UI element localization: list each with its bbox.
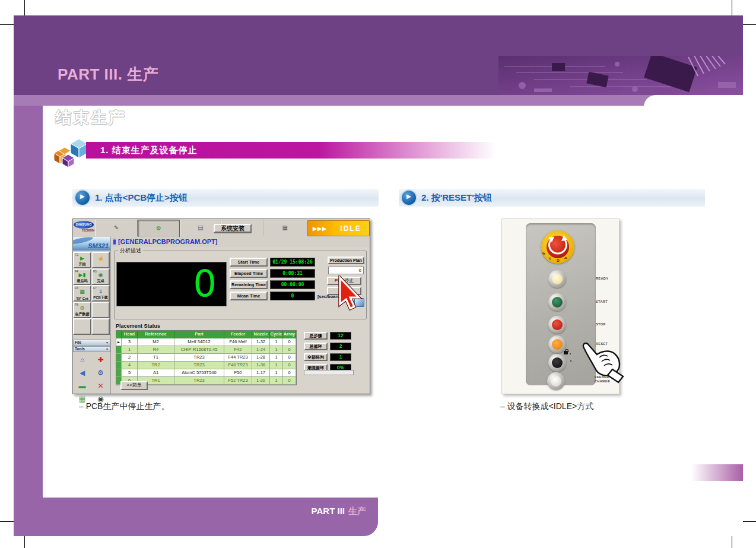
- key-switch[interactable]: [548, 354, 566, 372]
- header-substrip: [14, 95, 743, 106]
- fkey-grid: F2 ▶ 开始 ☝ F4 ▶▮ 最后吗 F5: [73, 252, 110, 335]
- fkey-empty-button[interactable]: [91, 318, 110, 335]
- production-plan-input[interactable]: 0: [328, 267, 364, 274]
- function-sidebar: SM321 F2 ▶ 开始 ☝ F4 ▶▮: [73, 237, 111, 394]
- key-dot: [570, 360, 571, 362]
- grip-icon: [113, 239, 116, 245]
- sound-icon[interactable]: ◀: [73, 366, 91, 379]
- cubes-icon: [53, 132, 91, 169]
- cycle-progressbar: [304, 370, 354, 375]
- fkey-stop-button[interactable]: ☝: [91, 252, 110, 268]
- home-icon[interactable]: ⌂: [73, 353, 91, 366]
- row-marker-icon: ▶: [116, 338, 122, 346]
- section-watermark: 结束生产: [55, 107, 126, 128]
- chevron-down-icon: ▼: [106, 340, 109, 345]
- product-icon: ⚙: [156, 226, 161, 232]
- total-array-label: 全部排列: [304, 353, 328, 361]
- step-icon: ▶▮: [74, 272, 90, 278]
- production-screen: 分析描述 0 Start Time 01/29 15:08:26 Elapsed…: [111, 247, 370, 394]
- decorative-gradient-strip: [691, 464, 743, 481]
- ready-label: READY: [596, 277, 616, 281]
- table-row[interactable]: 1 R4 CHIP-R1608T0.45 F42 1-24 1 0: [116, 346, 296, 354]
- footer-band: PART III生产: [14, 498, 378, 536]
- fkey-empty-button[interactable]: [91, 302, 110, 318]
- table-row[interactable]: ▶ 3 M2 Melf 34D12 F46 Melf 1-32 1 0: [116, 338, 296, 346]
- start-button[interactable]: [548, 293, 566, 311]
- placement-table: Head Reference Part Feeder Nozzle Cycle …: [116, 330, 297, 385]
- table-row[interactable]: 2 T1 TR23 F44 TR23 1-28 1 0: [116, 354, 296, 362]
- board-icon[interactable]: ▬: [73, 379, 91, 392]
- placement-status-title: Placement Status: [116, 323, 160, 329]
- fkey-pcb-download-button[interactable]: F7 ⇓ PCB下载: [91, 285, 110, 302]
- slide: PART III. 生产: [14, 15, 743, 536]
- analysis-group-title: 分析描述: [118, 247, 143, 255]
- simple-view-button[interactable]: <<简单: [120, 381, 148, 390]
- total-steps-value: 12: [330, 332, 351, 340]
- table-row[interactable]: 5 A1 AlumC 5753T540 F50 1-17 1 0: [116, 369, 296, 377]
- left-sidebar-band: [14, 106, 43, 536]
- stop-button[interactable]: [548, 316, 566, 334]
- feeder-change-button[interactable]: [547, 372, 565, 390]
- samsung-logo: SAMSUNG TECHWIN: [73, 219, 95, 237]
- download-icon: ⇓: [93, 289, 109, 294]
- sm321-logo: SM321: [73, 237, 110, 251]
- target-monitor-icon[interactable]: ✚: [91, 353, 110, 366]
- page-title: PART III. 生产: [58, 64, 158, 85]
- ready-button[interactable]: [548, 270, 566, 288]
- status-state: IDLE: [332, 221, 369, 236]
- machine-status-badge: ▶▶▶ IDLE: [307, 220, 370, 236]
- fkey-finish-button[interactable]: F5 ◉ 完成: [91, 268, 110, 285]
- pcb-edit-icon: ✎: [114, 225, 119, 231]
- production-plan-label: Production Plan: [328, 256, 364, 264]
- total-steps-label: 总步骤: [304, 332, 328, 340]
- elapsed-time-label: Elapsed Time: [230, 269, 268, 278]
- fkey-production-data-button[interactable]: F8 ⚙ 生产数据: [73, 302, 91, 318]
- techwin-logo-text: TECHWIN: [82, 229, 94, 232]
- remaining-time-label: Remaining Time: [230, 280, 268, 289]
- finish-icon: ◉: [93, 272, 109, 278]
- step-title: 1. 点击<PCB停止>按钮: [95, 192, 188, 204]
- tools-menu[interactable]: Tools ▼: [73, 346, 110, 352]
- chevron-down-icon: ▼: [106, 347, 109, 351]
- step1-caption: – PCB生产中停止生产。: [79, 401, 169, 412]
- lock-icon: [564, 351, 568, 354]
- fkey-last-button[interactable]: F4 ▶▮ 最后吗: [73, 268, 91, 285]
- start-time-label: Start Time: [230, 258, 268, 267]
- pointing-hand-icon: [578, 341, 633, 384]
- fkey-tfcnt-button[interactable]: F6 ▦ T/F Cnt: [73, 285, 91, 302]
- control-panel-photo: S T O P READY START STOP: [501, 218, 620, 394]
- tools-icon[interactable]: ✕: [91, 379, 110, 392]
- header-band: PART III. 生产: [14, 15, 743, 95]
- step-title: 2. 按'RESET'按钮: [421, 192, 492, 204]
- board-counter-display: 0: [116, 262, 227, 306]
- section-banner-label: 1. 结束生产及设备停止: [100, 145, 198, 156]
- manual-page: PART III. 生产: [0, 0, 756, 548]
- table-header-row: Head Reference Part Feeder Nozzle Cycle …: [116, 331, 296, 338]
- tab-product[interactable]: ⚙ 产品: [138, 220, 179, 237]
- stop-label: STOP: [596, 322, 616, 327]
- tab-pcb-edit[interactable]: ✎ PCB编辑: [95, 220, 138, 236]
- robot-arm-icon[interactable]: ⚙: [91, 366, 110, 379]
- hand-icon: ☝: [93, 255, 109, 261]
- file-menu[interactable]: File ▼: [73, 340, 110, 346]
- software-screenshot: SAMSUNG TECHWIN ✎ PCB编辑 ⚙ 产品 ▤ 使用: [72, 218, 370, 394]
- tool-icon-grid: ⌂ ✚ ◀ ⚙ ▬ ✕ ▦ ◉: [73, 353, 110, 406]
- start-label: START: [596, 300, 616, 304]
- table-row[interactable]: 4 TR2 TR23 F48 TR23 1-36 1 0: [116, 362, 296, 369]
- footer-label: PART III生产: [312, 506, 366, 517]
- emergency-stop-button[interactable]: S T O P: [541, 230, 574, 264]
- status-arrows-icon: ▶▶▶: [307, 221, 332, 236]
- start-time-value: 01/29 15:08:26: [270, 258, 315, 267]
- tab-system-install[interactable]: ▦ 系统安装: [263, 220, 306, 236]
- play-icon: ▶: [74, 255, 90, 261]
- elapsed-time-value: 0:00:31: [270, 269, 315, 278]
- toolbar: SAMSUNG TECHWIN ✎ PCB编辑 ⚙ 产品 ▤ 使用: [73, 219, 370, 237]
- fkey-start-button[interactable]: F2 ▶ 开始: [73, 252, 91, 268]
- program-title: [GENERALPCBPROGRAM.OPT]: [118, 238, 217, 245]
- fkey-empty-button[interactable]: [73, 318, 91, 335]
- section-banner: 1. 结束生产及设备停止: [86, 142, 509, 159]
- mean-time-value: 0: [270, 292, 315, 300]
- total-array-value: 1: [330, 353, 351, 361]
- pcb-photo: [498, 56, 743, 95]
- program-titlebar: [GENERALPCBPROGRAM.OPT]: [111, 237, 370, 248]
